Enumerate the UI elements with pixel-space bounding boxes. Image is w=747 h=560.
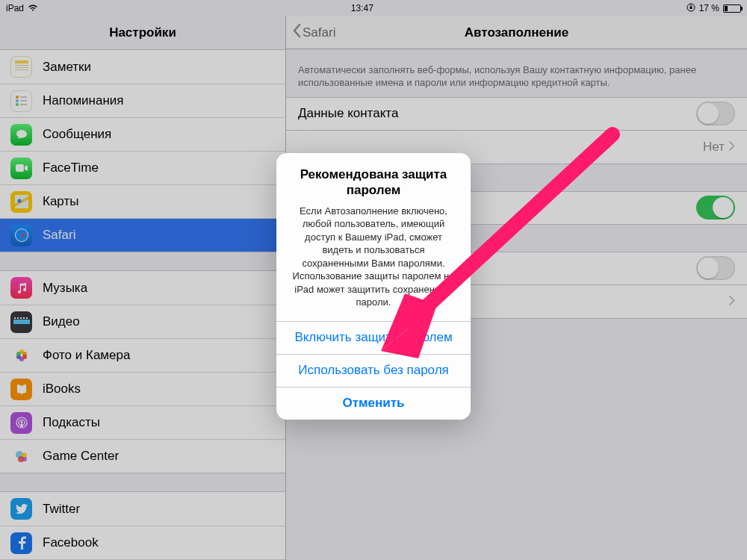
alert-title: Рекомендована защита паролем bbox=[276, 153, 471, 199]
alert-use-without-passcode-button[interactable]: Использовать без пароля bbox=[276, 354, 471, 387]
alert-cancel-button[interactable]: Отменить bbox=[276, 387, 471, 420]
password-protection-alert: Рекомендована защита паролем Если Автоза… bbox=[276, 153, 471, 420]
alert-enable-passcode-button[interactable]: Включить защиту паролем bbox=[276, 321, 471, 354]
alert-message: Если Автозаполнение включено, любой поль… bbox=[276, 199, 471, 321]
